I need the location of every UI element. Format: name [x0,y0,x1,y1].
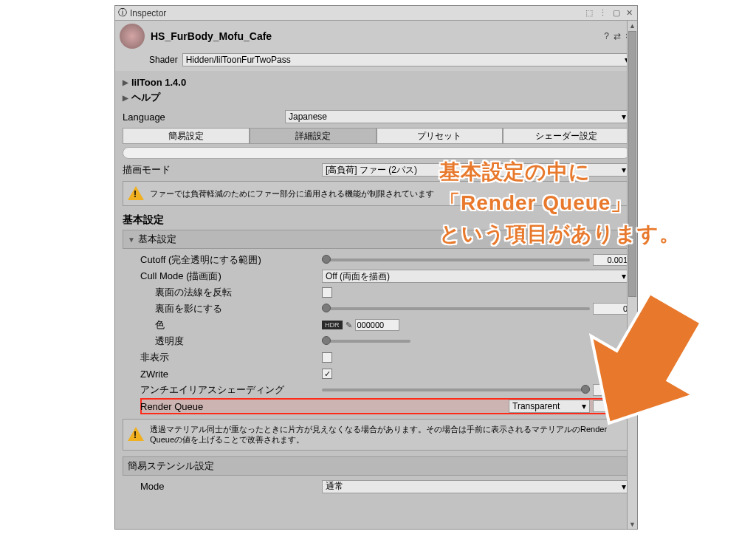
language-dropdown[interactable]: Japanese ▾ [285,110,630,123]
warning-icon [128,427,144,442]
section-header-stencil[interactable]: 簡易ステンシル設定 [123,456,630,476]
chevron-down-icon: ▾ [622,165,626,175]
stencil-mode-row: Mode 通常 ▾ [140,479,630,495]
section-header-basic[interactable]: ▼ 基本設定 [123,230,630,249]
language-label: Language [123,112,285,123]
titlebar: ⓘ Inspector ⬚ ⋮ ▢ ✕ [115,6,637,21]
stencil-header-label: 簡易ステンシル設定 [128,459,214,473]
foldout-label: ヘルプ [131,91,160,104]
render-mode-value: [高負荷] ファー (2パス) [326,164,417,177]
scrollbar-thumb[interactable] [628,31,636,297]
warning-text: 透過マテリアル同士が重なったときに片方が見えなくなる場合があります。その場合は手… [150,424,625,445]
hidden-label: 非表示 [140,351,322,364]
asset-name: HS_FurBody_Mofu_Cafe [151,30,604,42]
color-label: 色 [140,318,322,332]
stencil-body: Mode 通常 ▾ [123,476,630,495]
opacity-label: 透明度 [140,335,322,348]
window-title: Inspector [130,8,584,18]
cutoff-label: Cutoff (完全透明にする範囲) [140,253,322,267]
section-title: 基本設定 [123,213,630,227]
render-queue-mode: Transparent [512,401,560,411]
cullmode-label: Cull Mode (描画面) [140,270,322,283]
warning-text: ファーでは負荷軽減のためにファー部分に適用される機能が制限されています [150,188,434,199]
render-queue-mode-dropdown[interactable]: Transparent ▾ [509,400,590,413]
stencil-mode-dropdown[interactable]: 通常 ▾ [322,480,630,493]
foldout-label: lilToon 1.4.0 [131,77,186,88]
opacity-slider[interactable] [322,340,410,343]
color-hex-input[interactable] [355,319,399,331]
stencil-mode-value: 通常 [326,480,343,493]
scroll-down-icon[interactable]: ▼ [628,519,637,529]
search-row [123,147,630,159]
shader-label: Shader [149,55,178,65]
render-mode-dropdown[interactable]: [高負荷] ファー (2パス) ▾ [322,163,630,177]
cullmode-value: Off (両面を描画) [326,270,390,283]
hdr-badge[interactable]: HDR [322,321,343,329]
tab-shader[interactable]: シェーダー設定 [503,128,630,144]
back-shadow-label: 裏面を影にする [140,302,322,315]
tab-row: 簡易設定 詳細設定 プリセット シェーダー設定 [123,128,630,144]
cutoff-row: Cutoff (完全透明にする範囲) [140,252,630,268]
lock-icon[interactable]: ⬚ [584,8,594,18]
close-icon[interactable]: ✕ [625,8,634,18]
inspector-content: ▶ lilToon 1.4.0 ▶ ヘルプ Language Japanese … [115,71,637,495]
cutoff-slider[interactable] [322,259,590,261]
eyedropper-icon[interactable]: ✎ [346,321,352,330]
cutoff-input[interactable] [593,254,630,266]
chevron-down-icon: ▾ [622,271,626,281]
cullmode-dropdown[interactable]: Off (両面を描画) ▾ [322,270,630,283]
triangle-icon: ▶ [123,78,128,86]
back-shadow-slider[interactable] [322,307,590,310]
tab-simple[interactable]: 簡易設定 [123,128,250,144]
inspector-icon: ⓘ [118,7,127,19]
stencil-mode-label: Mode [140,481,322,492]
cullmode-row: Cull Mode (描画面) Off (両面を描画) ▾ [140,268,630,284]
render-mode-label: 描画モード [123,163,322,177]
help-icon[interactable]: ? [604,31,609,41]
aa-input[interactable] [593,384,630,396]
triangle-icon: ▶ [123,94,128,102]
render-queue-label: Render Queue [140,401,322,412]
back-shadow-row: 裏面を影にする [140,301,630,317]
render-queue-row: Render Queue Transparent ▾ [140,398,630,414]
opacity-row: 透明度 [140,333,630,349]
maximize-icon[interactable]: ▢ [611,8,622,18]
section-body-basic: Cutoff (完全透明にする範囲) Cull Mode (描画面) Off (… [123,249,630,451]
tab-preset[interactable]: プリセット [377,128,504,144]
zwrite-label: ZWrite [140,369,322,380]
zwrite-checkbox[interactable]: ✓ [322,369,332,379]
preset-icon[interactable]: ⇄ [614,31,621,41]
back-shadow-input[interactable] [593,303,630,315]
triangle-down-icon: ▼ [128,236,135,244]
foldout-help[interactable]: ▶ ヘルプ [123,89,630,106]
inspector-window: ⓘ Inspector ⬚ ⋮ ▢ ✕ HS_FurBody_Mofu_Cafe… [114,5,638,530]
flip-normal-checkbox[interactable] [322,287,332,298]
shader-dropdown[interactable]: Hidden/lilToonFurTwoPass ▾ [182,53,633,66]
scroll-up-icon[interactable]: ▲ [628,21,637,30]
language-value: Japanese [289,112,327,122]
aa-label: アンチエイリアスシェーディング [140,383,322,397]
hidden-row: 非表示 [140,349,630,366]
render-queue-input[interactable] [593,400,630,412]
tab-detail[interactable]: 詳細設定 [250,128,377,144]
search-input[interactable] [123,147,630,159]
zwrite-row: ZWrite ✓ [140,366,630,382]
foldout-liltoon[interactable]: ▶ lilToon 1.4.0 [123,75,630,89]
color-row: 色 HDR ✎ [140,317,630,333]
aa-slider[interactable] [322,388,590,391]
warning-render-queue: 透過マテリアル同士が重なったときに片方が見えなくなる場合があります。その場合は手… [123,419,630,451]
flip-normal-row: 裏面の法線を反転 [140,284,630,301]
render-mode-row: 描画モード [高負荷] ファー (2パス) ▾ [123,163,630,177]
aa-row: アンチエイリアスシェーディング [140,382,630,398]
hidden-checkbox[interactable] [322,352,332,363]
chevron-down-icon: ▾ [622,112,626,122]
material-thumbnail[interactable] [120,24,145,49]
menu-icon[interactable]: ⋮ [597,8,608,18]
flip-normal-label: 裏面の法線を反転 [140,286,322,299]
scrollbar[interactable]: ▲ ▼ [627,21,637,529]
warning-fur: ファーでは負荷軽減のためにファー部分に適用される機能が制限されています [123,181,630,206]
language-row: Language Japanese ▾ [123,110,630,123]
warning-icon [128,186,144,201]
shader-row: Shader Hidden/lilToonFurTwoPass ▾ [115,52,637,71]
asset-header: HS_FurBody_Mofu_Cafe ? ⇄ ✲ [115,21,637,52]
